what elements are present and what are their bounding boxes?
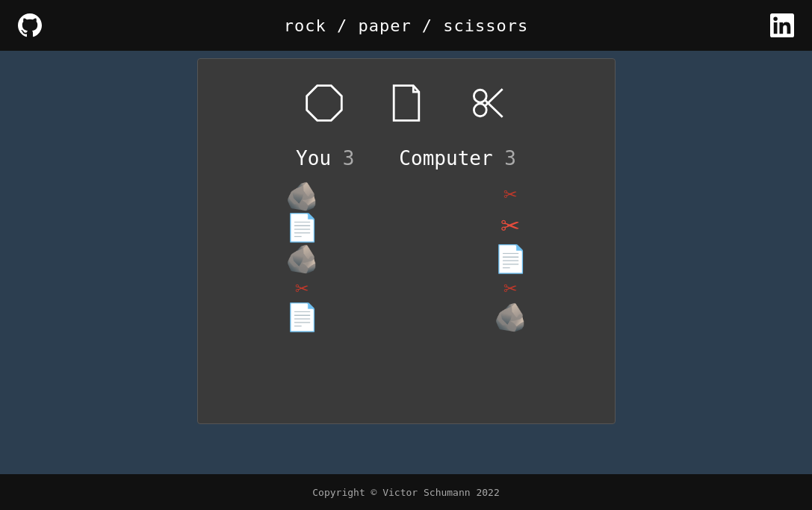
history-grid: 🪨 📄 🪨 ✂️ 📄 ✂️ ✂️ 📄 ✂️ [220, 183, 592, 331]
svg-marker-0 [306, 86, 341, 121]
computer-round-4: ✂️ [503, 277, 517, 299]
you-history: 🪨 📄 🪨 ✂️ 📄 [285, 183, 319, 331]
rock-choice-button[interactable] [298, 77, 350, 129]
score-row: You 3 Computer 3 [296, 147, 516, 170]
copyright-text: Copyright © Victor Schumann 2022 [312, 487, 499, 498]
computer-history: ✂️ ✂️ 📄 ✂️ 🪨 [494, 183, 527, 331]
game-panel: You 3 Computer 3 🪨 📄 🪨 ✂️ [197, 58, 616, 424]
you-score: You 3 [296, 147, 354, 170]
computer-round-5: 🪨 [494, 304, 527, 331]
scissors-choice-button[interactable] [462, 77, 515, 129]
you-round-2: 📄 [285, 214, 319, 241]
you-round-5: 📄 [285, 304, 319, 331]
github-icon[interactable] [18, 13, 42, 37]
computer-round-3: 📄 [494, 246, 527, 273]
you-round-4: ✂️ [295, 277, 309, 299]
computer-round-2: ✂️ [500, 210, 519, 241]
computer-score: Computer 3 [399, 147, 516, 170]
computer-round-1: ✂️ [503, 183, 517, 205]
you-round-1: 🪨 [285, 183, 319, 210]
choice-icons-row [298, 77, 515, 129]
page-title: rock / paper / scissors [284, 16, 529, 35]
you-round-3: 🪨 [285, 246, 319, 273]
linkedin-icon[interactable] [770, 13, 794, 37]
paper-choice-button[interactable] [380, 77, 433, 129]
footer: Copyright © Victor Schumann 2022 [0, 474, 812, 510]
main-content: You 3 Computer 3 🪨 📄 🪨 ✂️ [0, 51, 812, 474]
